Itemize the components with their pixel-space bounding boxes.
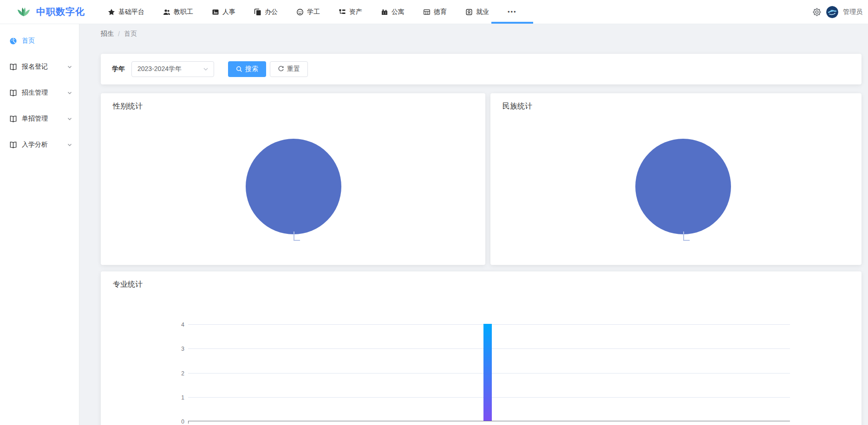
nav-item-label: 就业 [476,8,489,16]
breadcrumb-item[interactable]: 招生 [101,30,114,38]
breadcrumb: 招生 / 首页 [101,29,861,39]
table-grid-icon [423,8,431,16]
more-dots-icon: ••• [508,8,517,15]
chevron-down-icon [67,142,72,148]
axis-tick [188,421,189,424]
gender-stat-card: 性别统计 [101,93,485,265]
badge-icon [465,8,473,16]
app-title: 中职数字化 [36,6,85,18]
gender-pie-chart [238,139,349,245]
header-right: 管理员 [812,0,862,24]
star-icon [108,8,115,16]
nav-item-label: 基础平台 [118,8,144,16]
school-year-label: 学年 [112,65,125,73]
main-content: 招生 / 首页 学年 2023-2024学年 搜索 重置 性别统计 [79,24,868,425]
major-bar-chart: 4 3 2 1 0 [188,324,790,421]
stat-cards-row: 性别统计 民族统计 [101,93,861,265]
chevron-down-icon [67,116,72,122]
nav-item-label: 人事 [222,8,235,16]
reset-button-label: 重置 [287,65,300,73]
sidebar-item-home[interactable]: 首页 [0,28,79,54]
ethnicity-stat-card: 民族统计 [490,93,861,265]
photo-card-icon [212,8,219,16]
search-icon [236,66,242,72]
building-icon [381,8,388,16]
y-axis-tick-label: 0 [171,419,184,425]
user-name[interactable]: 管理员 [843,8,862,16]
gear-icon[interactable] [812,7,822,17]
user-avatar[interactable] [826,6,838,18]
nav-item-more[interactable]: ••• [508,0,517,24]
users-icon [163,8,170,16]
tree-list-icon [339,8,346,16]
book-icon [9,115,17,123]
sidebar-item-admission-analysis[interactable]: 入学分析 [0,132,79,158]
bar [483,324,492,421]
book-icon [9,63,17,71]
pie-slice [635,139,731,234]
nav-item-base-platform[interactable]: 基础平台 [108,0,144,24]
nav-item-label: 资产 [349,8,362,16]
search-button-label: 搜索 [245,65,258,73]
nav-item-label: 学工 [307,8,320,16]
nav-item-staff[interactable]: 教职工 [163,0,193,24]
nav-item-label: 教职工 [174,8,193,16]
chevron-down-icon [202,66,209,72]
book-icon [9,89,17,97]
y-axis-tick-label: 3 [171,346,184,352]
school-year-select-value: 2023-2024学年 [137,65,202,73]
search-button[interactable]: 搜索 [228,61,266,77]
y-axis-tick-label: 1 [171,394,184,401]
sidebar-item-label: 报名登记 [22,63,62,71]
sidebar-item-label: 首页 [22,37,72,45]
brand: 中职数字化 [17,6,103,18]
nav-item-label: 德育 [434,8,447,16]
top-header: 中职数字化 基础平台 教职工 人事 办公 [0,0,868,24]
sidebar-item-label: 入学分析 [22,141,62,149]
sidebar-item-single-recruit[interactable]: 单招管理 [0,106,79,132]
refresh-icon [278,66,284,72]
breadcrumb-item-current: 首页 [124,30,137,38]
nav-item-employment[interactable]: 就业 [465,0,489,24]
sidebar-item-enrollment-management[interactable]: 招生管理 [0,80,79,106]
nav-item-label: 公寓 [392,8,405,16]
y-axis-tick-label: 4 [171,322,184,328]
school-year-select[interactable]: 2023-2024学年 [131,61,214,77]
dashboard-icon [9,37,17,45]
sidebar: 首页 报名登记 招生管理 单招管理 入学分析 [0,24,79,425]
nav-item-hr[interactable]: 人事 [212,0,235,24]
nav-item-student-affairs[interactable]: 学工 [296,0,320,24]
chevron-down-icon [67,90,72,96]
reset-button[interactable]: 重置 [270,61,308,77]
major-stat-card: 专业统计 4 3 2 1 0 [101,271,861,425]
sidebar-item-label: 单招管理 [22,115,62,123]
top-nav: 基础平台 教职工 人事 办公 学工 [108,0,517,24]
copy-docs-icon [254,8,261,16]
sidebar-item-label: 招生管理 [22,89,62,97]
sprout-logo-icon [17,6,31,17]
face-icon [296,8,304,16]
sidebar-item-registration[interactable]: 报名登记 [0,54,79,80]
nav-item-label: 办公 [265,8,278,16]
nav-item-assets[interactable]: 资产 [339,0,362,24]
nav-item-apartment[interactable]: 公寓 [381,0,405,24]
y-axis-tick-label: 2 [171,370,184,377]
nav-item-office[interactable]: 办公 [254,0,278,24]
breadcrumb-separator: / [118,30,120,38]
gender-card-title: 性别统计 [101,93,485,111]
pie-slice [246,139,341,234]
ethnicity-card-title: 民族统计 [490,93,861,111]
major-card-title: 专业统计 [101,271,861,290]
filter-bar: 学年 2023-2024学年 搜索 重置 [101,54,861,84]
chevron-down-icon [67,64,72,70]
nav-item-moral-education[interactable]: 德育 [423,0,447,24]
book-icon [9,141,17,149]
ethnicity-pie-chart [627,139,739,245]
